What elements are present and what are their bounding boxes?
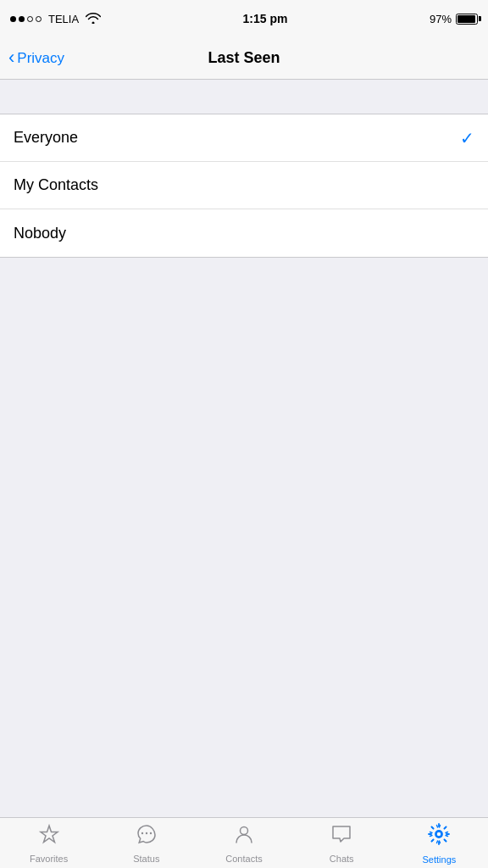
back-label: Privacy [17,50,64,67]
tab-settings[interactable]: Settings [391,818,488,868]
tab-status-label: Status [133,854,159,864]
tab-favorites-label: Favorites [30,854,68,864]
contacts-icon [233,823,255,851]
carrier-label: TELIA [48,13,79,25]
nav-bar: ‹ Privacy Last Seen [0,37,488,80]
battery-fill [458,15,475,23]
list-item-my-contacts[interactable]: My Contacts [0,162,488,209]
tab-bar: Favorites Status Contacts [0,817,488,868]
tab-contacts-label: Contacts [225,854,262,864]
svg-point-1 [146,832,147,833]
list-item-everyone[interactable]: Everyone ✓ [0,114,488,162]
content-area [0,258,488,819]
svg-point-2 [150,832,152,833]
favorites-icon [38,823,60,851]
wifi-icon [86,12,101,26]
list-item-my-contacts-label: My Contacts [14,176,98,194]
svg-point-3 [241,826,248,834]
list-item-nobody-label: Nobody [14,225,66,242]
page-title: Last Seen [208,49,280,67]
tab-contacts[interactable]: Contacts [195,818,292,868]
tab-status[interactable]: Status [97,818,195,868]
svg-point-5 [436,832,441,837]
status-bar: TELIA 1:15 pm 97% [0,0,488,37]
signal-dot-1 [10,16,16,22]
battery-percentage: 97% [430,13,452,25]
signal-dots [10,16,42,22]
tab-chats-label: Chats [330,854,354,864]
list-item-everyone-label: Everyone [14,129,78,147]
chats-icon [330,823,353,851]
status-time: 1:15 pm [243,12,288,25]
signal-dot-2 [19,16,25,22]
back-chevron-icon: ‹ [8,48,14,67]
section-spacer [0,80,488,114]
tab-settings-label: Settings [423,854,457,865]
status-right: 97% [430,13,478,25]
settings-icon [427,822,451,852]
list-item-nobody[interactable]: Nobody [0,209,488,257]
status-icon [135,823,158,851]
battery-icon [456,14,478,25]
svg-point-0 [141,832,143,833]
checkmark-icon: ✓ [460,128,474,148]
tab-chats[interactable]: Chats [293,818,391,868]
signal-dot-3 [27,16,33,22]
signal-dot-4 [36,16,42,22]
tab-favorites[interactable]: Favorites [0,818,97,868]
privacy-options-list: Everyone ✓ My Contacts Nobody [0,114,488,258]
status-left: TELIA [10,12,101,26]
back-button[interactable]: ‹ Privacy [8,50,64,67]
